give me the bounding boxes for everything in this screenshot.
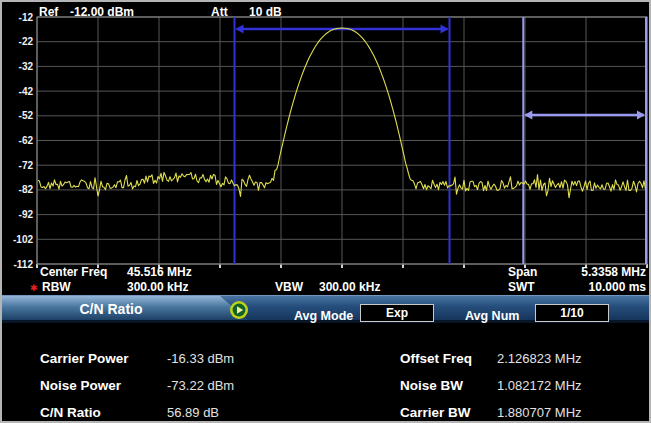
cn-ratio-label: C/N Ratio [40, 405, 101, 420]
avg-num-label: Avg Num [465, 309, 519, 323]
center-freq-value: 45.516 MHz [127, 265, 192, 279]
cn-ratio-value: 56.89 dB [167, 405, 219, 420]
span-value: 5.3358 MHz [560, 265, 646, 279]
carrier-power-value: -16.33 dBm [167, 351, 234, 366]
y-axis-tick-label: -52 [2, 109, 33, 122]
noise-bw-label: Noise BW [400, 378, 463, 393]
attenuation-value: 10 dB [249, 5, 282, 19]
attenuation-label: Att [211, 5, 228, 19]
y-axis-tick-label: -72 [2, 159, 33, 172]
y-axis-tick-label: -102 [2, 233, 33, 246]
y-axis-tick-label: -22 [2, 35, 33, 48]
play-icon[interactable] [229, 300, 249, 320]
noise-bw-value: 1.082172 MHz [497, 378, 582, 393]
vbw-value: 300.00 kHz [319, 280, 380, 294]
measurement-title: C/N Ratio [2, 301, 220, 317]
avg-num-value-box[interactable]: 1/10 [535, 304, 609, 322]
y-axis-tick-label: -112 [2, 258, 33, 271]
avg-mode-label: Avg Mode [294, 309, 353, 323]
carrier-power-label: Carrier Power [40, 351, 129, 366]
rbw-active-indicator-icon: ✱ [30, 283, 38, 293]
y-axis-tick-label: -92 [2, 208, 33, 221]
swt-value: 10.000 ms [560, 280, 646, 294]
noise-power-label: Noise Power [40, 378, 121, 393]
carrier-bw-value: 1.880707 MHz [497, 405, 582, 420]
ref-level-value: -12.00 dBm [70, 5, 134, 19]
carrier-bw-label: Carrier BW [400, 405, 471, 420]
rbw-label: RBW [42, 280, 71, 294]
y-axis-tick-label: -62 [2, 134, 33, 147]
swt-label: SWT [508, 280, 535, 294]
vbw-label: VBW [275, 280, 303, 294]
offset-freq-value: 2.126823 MHz [497, 351, 582, 366]
y-axis-tick-label: -12 [2, 11, 33, 24]
graticule [37, 17, 647, 268]
offset-freq-label: Offset Freq [400, 351, 472, 366]
spectrum-analyzer-screen: -12-22-32-42-52-62-72-82-92-102-112 Ref … [0, 0, 651, 423]
rbw-value: 300.00 kHz [127, 280, 188, 294]
y-axis-tick-label: -82 [2, 183, 33, 196]
ref-level-label: Ref [39, 5, 58, 19]
noise-power-value: -73.22 dBm [167, 378, 234, 393]
span-label: Span [508, 265, 537, 279]
measurement-title-tab[interactable]: C/N Ratio [2, 296, 248, 320]
avg-mode-value-box[interactable]: Exp [360, 304, 434, 322]
spectrum-plot [2, 2, 651, 294]
y-axis-tick-label: -42 [2, 85, 33, 98]
center-freq-label: Center Freq [40, 265, 107, 279]
y-axis-tick-label: -32 [2, 60, 33, 73]
